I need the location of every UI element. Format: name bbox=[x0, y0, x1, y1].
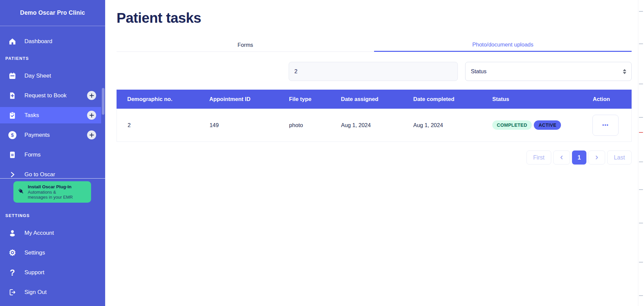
sidebar-scrollbar-thumb[interactable] bbox=[102, 88, 104, 115]
search-input[interactable] bbox=[289, 62, 458, 81]
document-icon bbox=[8, 151, 16, 159]
dollar-circle-icon: $ bbox=[8, 131, 16, 139]
clipboard-check-icon bbox=[8, 111, 16, 119]
cell-appointment-id: 149 bbox=[199, 122, 279, 128]
column-header-demographic-no: Demographic no. bbox=[117, 96, 199, 102]
pagination-next-button[interactable]: › bbox=[588, 150, 605, 165]
status-select[interactable]: Status bbox=[465, 62, 632, 81]
column-header-file-type: File type bbox=[278, 96, 330, 102]
cell-status: COMPLETED ACTIVE bbox=[482, 120, 582, 130]
gear-icon: ⚙ bbox=[8, 249, 16, 257]
sidebar-nav-scroll-area: Dashboard PATIENTS Day Sheet Request to … bbox=[0, 26, 105, 178]
scrollbar-marker bbox=[639, 189, 643, 190]
scrollbar-marker-red bbox=[639, 132, 643, 133]
status-select-value: Status bbox=[471, 68, 487, 75]
patients-section-label: PATIENTS bbox=[0, 51, 105, 66]
add-payment-button[interactable] bbox=[87, 130, 96, 139]
column-header-status: Status bbox=[482, 96, 582, 102]
banner-subtitle-line2: messages in your EMR bbox=[28, 195, 73, 200]
settings-section-label: SETTINGS bbox=[0, 208, 105, 223]
add-task-button[interactable] bbox=[87, 111, 96, 120]
scrollbar-marker bbox=[639, 11, 643, 12]
banner-title: Install Oscar Plug-In bbox=[28, 184, 73, 190]
scrollbar-marker bbox=[639, 262, 643, 263]
scrollbar-marker bbox=[639, 117, 643, 118]
sidebar-item-dashboard[interactable]: Dashboard bbox=[0, 31, 105, 51]
cell-file-type: photo bbox=[278, 122, 330, 128]
cell-date-assigned: Aug 1, 2024 bbox=[330, 122, 403, 128]
sidebar-item-label: My Account bbox=[24, 230, 54, 236]
sidebar-item-label: Request to Book bbox=[24, 92, 67, 99]
ellipsis-icon: ••• bbox=[602, 122, 609, 128]
tab-forms[interactable]: Forms bbox=[117, 38, 374, 52]
banner-text: Install Oscar Plug-In Automations & mess… bbox=[28, 184, 73, 200]
sidebar: Demo Oscar Pro Clinic Dashboard PATIENTS… bbox=[0, 0, 105, 306]
chevron-right-icon bbox=[8, 171, 16, 179]
settings-nav-group: My Account ⚙ Settings ? Support Sign Out bbox=[0, 223, 105, 302]
page-scrollbar-gutter[interactable] bbox=[638, 0, 644, 306]
tasks-table: Demographic no. Appointment ID File type… bbox=[117, 90, 632, 142]
document-plus-icon bbox=[8, 92, 16, 100]
tab-bar: Forms Photo/document uploads bbox=[117, 38, 632, 52]
status-badge-active: ACTIVE bbox=[534, 120, 561, 130]
sign-out-icon bbox=[8, 288, 16, 296]
scrollbar-marker bbox=[639, 223, 643, 223]
status-badge-completed: COMPLETED bbox=[492, 120, 532, 130]
tab-photo-document-uploads[interactable]: Photo/document uploads bbox=[374, 38, 632, 52]
scrollbar-marker bbox=[639, 43, 643, 44]
sidebar-item-request-to-book[interactable]: Request to Book bbox=[0, 86, 105, 105]
install-plugin-banner[interactable]: Install Oscar Plug-In Automations & mess… bbox=[13, 181, 91, 203]
sidebar-item-day-sheet[interactable]: Day Sheet bbox=[0, 66, 105, 86]
sidebar-item-sign-out[interactable]: Sign Out bbox=[0, 282, 105, 302]
sidebar-item-support[interactable]: ? Support bbox=[0, 263, 105, 282]
sidebar-item-label: Dashboard bbox=[24, 38, 52, 45]
sidebar-item-tasks[interactable]: Tasks bbox=[0, 105, 105, 125]
pagination-prev-button[interactable]: ‹ bbox=[553, 150, 570, 165]
scrollbar-marker bbox=[639, 295, 643, 296]
sidebar-item-settings[interactable]: ⚙ Settings bbox=[0, 243, 105, 263]
pagination: First ‹ 1 › Last bbox=[117, 150, 632, 165]
pagination-last-button[interactable]: Last bbox=[607, 150, 632, 165]
pagination-first-button[interactable]: First bbox=[526, 150, 551, 165]
add-request-to-book-button[interactable] bbox=[87, 91, 96, 100]
scrollbar-marker bbox=[639, 162, 643, 162]
scrollbar-marker bbox=[639, 84, 643, 84]
sidebar-item-label: Sign Out bbox=[24, 289, 47, 296]
table-row: 2 149 photo Aug 1, 2024 Aug 1, 2024 COMP… bbox=[117, 109, 632, 142]
sidebar-item-my-account[interactable]: My Account bbox=[0, 223, 105, 243]
sidebar-item-label: Forms bbox=[24, 151, 41, 158]
select-stepper-icon bbox=[623, 69, 626, 74]
question-mark-icon: ? bbox=[8, 269, 16, 277]
sidebar-item-label: Support bbox=[24, 269, 45, 276]
home-icon bbox=[8, 37, 16, 45]
row-actions-button[interactable]: ••• bbox=[592, 115, 619, 136]
sidebar-item-label: Tasks bbox=[24, 112, 39, 119]
sidebar-item-go-to-oscar[interactable]: Go to Oscar bbox=[0, 165, 105, 178]
sidebar-bottom-section: Install Oscar Plug-In Automations & mess… bbox=[0, 178, 105, 306]
column-header-date-completed: Date completed bbox=[403, 96, 482, 102]
main-content: Patient tasks Forms Photo/document uploa… bbox=[105, 0, 644, 306]
cell-demographic-no: 2 bbox=[117, 122, 199, 128]
pagination-page-1-button[interactable]: 1 bbox=[572, 150, 586, 165]
clinic-name: Demo Oscar Pro Clinic bbox=[0, 0, 105, 26]
column-header-date-assigned: Date assigned bbox=[330, 96, 403, 102]
person-icon bbox=[8, 229, 16, 237]
filter-controls: Status bbox=[117, 62, 632, 81]
sidebar-item-payments[interactable]: $ Payments bbox=[0, 125, 105, 145]
sidebar-item-label: Day Sheet bbox=[24, 73, 51, 79]
column-header-appointment-id: Appointment ID bbox=[199, 96, 278, 102]
page-title: Patient tasks bbox=[117, 8, 632, 28]
plug-icon bbox=[17, 188, 25, 196]
sidebar-item-label: Go to Oscar bbox=[24, 171, 55, 178]
table-header-row: Demographic no. Appointment ID File type… bbox=[117, 90, 632, 109]
calendar-icon bbox=[8, 72, 16, 80]
banner-subtitle-line1: Automations & bbox=[28, 190, 73, 195]
sidebar-item-label: Settings bbox=[24, 249, 45, 256]
cell-date-completed: Aug 1, 2024 bbox=[403, 122, 482, 128]
sidebar-item-label: Payments bbox=[24, 132, 50, 138]
cell-action: ••• bbox=[582, 115, 631, 136]
sidebar-item-forms[interactable]: Forms bbox=[0, 145, 105, 165]
column-header-action: Action bbox=[582, 96, 632, 102]
